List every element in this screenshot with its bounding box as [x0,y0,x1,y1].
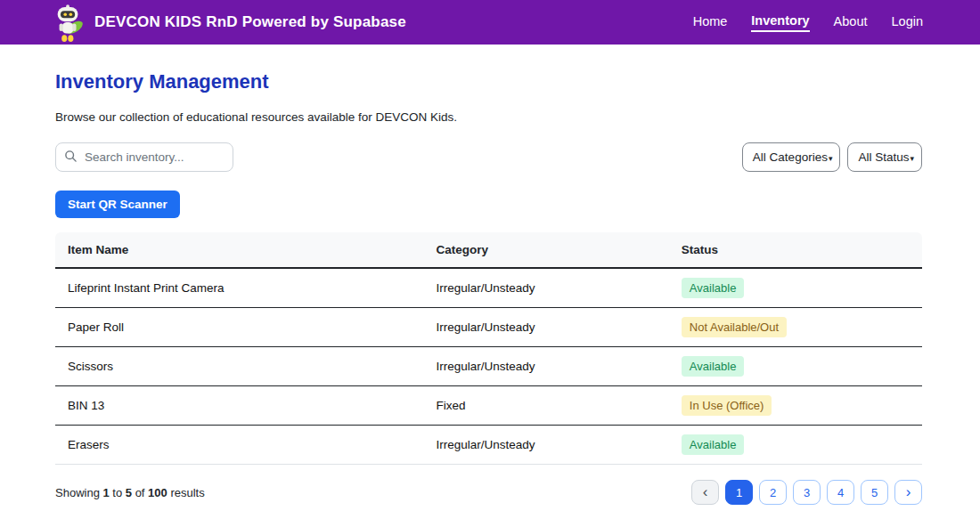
results-summary-text: Showing [55,486,102,499]
nav-link-about[interactable]: About [834,14,868,31]
pagination: ‹ 1 2 3 4 5 › [691,480,922,505]
table-row: BIN 13 Fixed In Use (Office) [55,386,922,426]
results-total: 100 [148,486,167,499]
pagination-page-1[interactable]: 1 [725,480,753,505]
pagination-page-3[interactable]: 3 [793,480,821,505]
category-cell: Irregular/Unsteady [424,268,669,308]
category-cell: Fixed [424,386,669,426]
item-name-cell: Scissors [55,347,424,386]
inventory-page: Inventory Management Browse our collecti… [0,70,980,505]
top-navbar: DEVCON KIDS RnD Powered by Supabase Home… [0,0,980,45]
status-select[interactable]: All Status ▾ [847,142,922,172]
table-header-row: Item Name Category Status [55,232,922,268]
category-select[interactable]: All Categories ▾ [742,142,841,172]
status-badge: Not Available/Out [682,317,787,337]
pagination-next-button[interactable]: › [894,480,922,505]
status-cell: Available [669,347,922,386]
results-summary-text: to [110,486,126,499]
status-badge: Available [682,356,745,377]
nav-link-login[interactable]: Login [892,14,923,31]
filter-selects: All Categories ▾ All Status ▾ [742,142,922,172]
item-name-cell: BIN 13 [55,386,424,426]
main-nav: Home Inventory About Login [693,13,923,32]
results-summary-text: of [132,486,148,499]
brand: DEVCON KIDS RnD Powered by Supabase [52,1,406,44]
category-cell: Irregular/Unsteady [424,308,669,347]
chevron-right-icon: › [906,484,911,499]
inventory-table: Item Name Category Status Lifeprint Inst… [55,232,922,465]
search-box [55,142,233,172]
status-cell: In Use (Office) [669,386,922,426]
column-header-item-name: Item Name [55,232,424,268]
chevron-down-icon: ▾ [910,154,914,163]
column-header-category: Category [424,232,669,268]
item-name-cell: Erasers [55,426,424,465]
nav-link-inventory[interactable]: Inventory [751,13,809,32]
status-cell: Not Available/Out [669,308,922,347]
category-cell: Irregular/Unsteady [424,347,669,386]
status-cell: Available [669,268,922,308]
results-summary: Showing 1 to 5 of 100 results [55,486,205,499]
status-badge: Available [682,434,745,455]
category-select-value: All Categories [753,150,828,164]
category-cell: Irregular/Unsteady [424,426,669,465]
results-from: 1 [102,486,109,499]
search-icon [64,150,78,163]
table-row: Paper Roll Irregular/Unsteady Not Availa… [55,308,922,347]
nav-link-home[interactable]: Home [693,14,728,31]
chevron-left-icon: ‹ [703,484,708,499]
table-footer: Showing 1 to 5 of 100 results ‹ 1 2 3 4 … [55,480,922,505]
page-title: Inventory Management [55,70,922,93]
status-badge: In Use (Office) [682,395,772,416]
pagination-page-2[interactable]: 2 [759,480,787,505]
start-qr-scanner-button[interactable]: Start QR Scanner [55,191,180,218]
table-row: Scissors Irregular/Unsteady Available [55,347,922,386]
status-badge: Available [682,278,745,298]
item-name-cell: Paper Roll [55,308,424,347]
results-to: 5 [126,486,132,499]
robot-mascot-logo [52,4,86,44]
column-header-status: Status [669,232,922,268]
results-summary-text: results [167,486,205,499]
status-select-value: All Status [858,150,909,164]
pagination-prev-button[interactable]: ‹ [691,480,719,505]
item-name-cell: Lifeprint Instant Print Camera [55,268,424,308]
table-row: Lifeprint Instant Print Camera Irregular… [55,268,922,308]
brand-title: DEVCON KIDS RnD Powered by Supabase [94,13,406,31]
status-cell: Available [669,426,922,465]
table-row: Erasers Irregular/Unsteady Available [55,426,922,465]
page-subtitle: Browse our collection of educational res… [55,110,922,124]
pagination-page-5[interactable]: 5 [861,480,888,505]
chevron-down-icon: ▾ [829,154,833,163]
filters-row: All Categories ▾ All Status ▾ [55,142,922,172]
search-input[interactable] [55,142,233,172]
pagination-page-4[interactable]: 4 [827,480,854,505]
